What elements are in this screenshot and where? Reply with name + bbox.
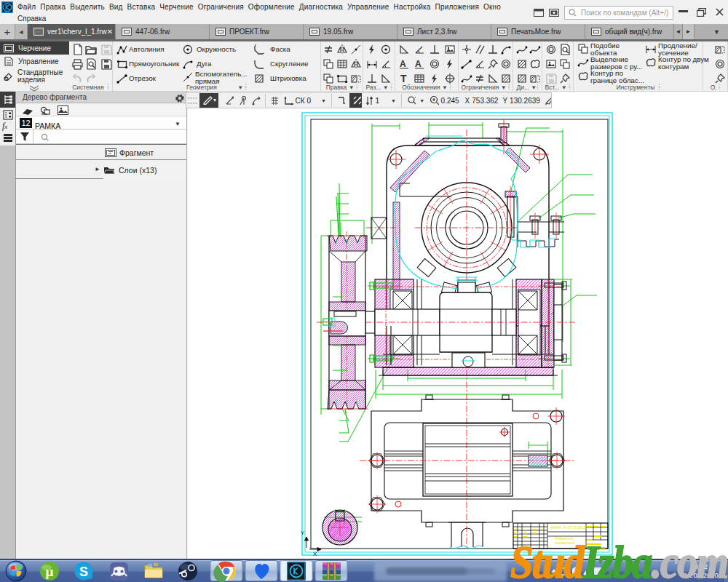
svg-text:X: X — [313, 551, 317, 557]
svg-text:Y: Y — [301, 530, 305, 536]
svg-text:µ: µ — [46, 564, 54, 579]
svg-text:S: S — [79, 565, 88, 579]
svg-text:КМ44.7к-07.5.00.05: КМ44.7к-07.5.00.05 — [550, 525, 588, 530]
